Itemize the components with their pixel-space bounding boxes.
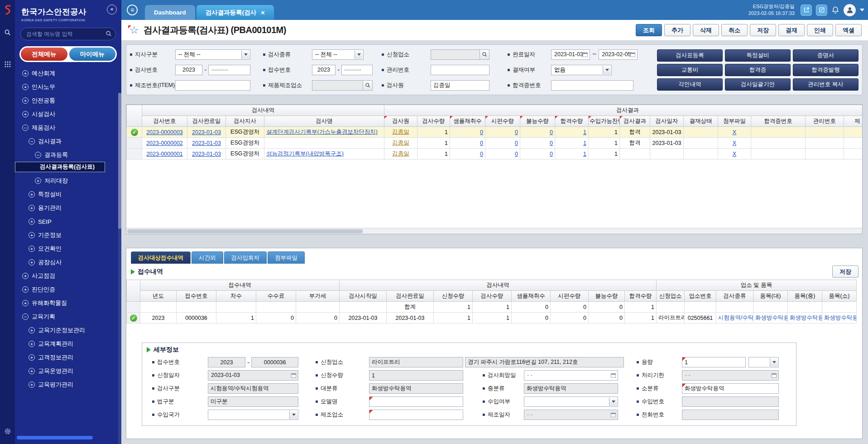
column-header[interactable]: 년도 — [140, 291, 177, 302]
bottom-tab[interactable]: 시간외 — [192, 251, 223, 264]
sidebar-item[interactable]: −제품검사 — [15, 121, 121, 135]
sidebar-item[interactable]: +특정설비 — [15, 188, 121, 201]
column-header[interactable]: 부가세 — [296, 291, 340, 302]
column-header[interactable]: 수입가능잔량 — [589, 116, 620, 127]
search-icon[interactable] — [4, 29, 11, 38]
approval-select[interactable]: 없음 — [551, 65, 612, 75]
cell[interactable]: 1 — [555, 138, 589, 149]
tree-expand-icon[interactable]: + — [35, 178, 41, 184]
tree-expand-icon[interactable]: + — [29, 246, 35, 252]
favorite-star-icon[interactable]: ☆ — [129, 25, 139, 35]
kgs-logo-icon[interactable] — [3, 5, 12, 17]
cell[interactable]: 2023-0000003 — [142, 127, 187, 138]
column-header[interactable]: 접수번호 — [177, 291, 216, 302]
action-button[interactable]: 인쇄 — [807, 24, 833, 36]
calendar-icon[interactable] — [610, 411, 616, 420]
apps-grid-icon[interactable] — [5, 61, 11, 69]
sidebar-item[interactable]: +진단인증 — [15, 283, 121, 296]
cell[interactable]: 2023-0000002 — [142, 138, 187, 149]
tree-expand-icon[interactable]: + — [22, 273, 29, 279]
bottom-tab[interactable]: 검사대상접수내역 — [131, 251, 191, 264]
action-button[interactable]: 엑셀 — [835, 24, 862, 36]
tree-collapse-icon[interactable]: − — [29, 138, 35, 145]
inspection-no-year-input[interactable] — [175, 65, 202, 75]
cell[interactable]: 0 — [450, 138, 485, 149]
cell[interactable]: 김종일 — [384, 138, 417, 149]
law-class-input[interactable] — [208, 396, 298, 407]
filter-tool-button[interactable]: 합격증발행 — [793, 64, 858, 76]
tree-expand-icon[interactable]: + — [22, 97, 29, 104]
receipt-no-year-input[interactable] — [312, 65, 336, 75]
cell[interactable]: 0 — [450, 127, 485, 138]
grid-hscroll-thumb[interactable] — [127, 229, 363, 233]
column-header[interactable]: 불능수량 — [589, 291, 625, 302]
sidebar-item[interactable]: +요건확인 — [15, 242, 121, 256]
grid-hscrollbar[interactable] — [126, 228, 862, 234]
tree-expand-icon[interactable]: + — [29, 341, 35, 347]
column-header[interactable]: 첨부파일 — [718, 116, 751, 127]
import-no-input[interactable] — [682, 396, 779, 407]
cell[interactable]: 0 — [485, 127, 520, 138]
cell[interactable]: 1 — [555, 149, 589, 159]
sidebar-item[interactable]: +SEIP — [15, 215, 121, 228]
apply-date-field[interactable]: 2023-01-03 — [208, 370, 298, 381]
action-button[interactable]: 저장 — [750, 24, 776, 36]
filter-tool-button[interactable]: 검사일괄기안 — [725, 78, 791, 91]
summary-row[interactable]: 합계110001 — [127, 302, 857, 313]
column-header[interactable]: 합격수량 — [625, 291, 657, 302]
cell[interactable]: 2023-01-03 — [187, 149, 226, 159]
mgmt-no-input[interactable] — [431, 65, 489, 75]
table-row[interactable]: 2023-00000012023-01-03ESG경영처성능검정기록부(내압방폭… — [127, 149, 863, 159]
sidebar-item[interactable]: +교육운영관리 — [15, 364, 121, 378]
tree-expand-icon[interactable]: + — [29, 205, 35, 211]
sidebar-item[interactable]: +기준정보 — [15, 228, 121, 242]
sidebar-item[interactable]: +공장심사 — [15, 256, 121, 269]
column-header[interactable]: 제 — [844, 116, 863, 127]
filter-tool-button[interactable]: 교통비 — [657, 64, 723, 76]
import-country-select[interactable] — [208, 410, 298, 420]
tree-expand-icon[interactable]: + — [22, 286, 29, 293]
sidebar-hscroll-thumb[interactable] — [17, 436, 93, 439]
category-small-input[interactable] — [682, 383, 779, 394]
column-header[interactable]: 샘플채취수 — [512, 291, 551, 302]
tree-expand-icon[interactable]: + — [22, 111, 29, 117]
action-button[interactable]: 결재 — [778, 24, 805, 36]
column-header[interactable]: 검사종류 — [716, 291, 753, 302]
maker-input[interactable] — [369, 410, 463, 420]
inspection-class-input[interactable] — [208, 383, 298, 394]
edit-note-icon[interactable] — [816, 5, 827, 16]
column-header[interactable]: 검사완료일 — [387, 291, 434, 302]
column-header[interactable]: 검사시작일 — [340, 291, 387, 302]
action-button[interactable]: 삭제 — [693, 24, 719, 36]
branch-select[interactable]: -- 전체 -- — [175, 49, 250, 60]
calendar-icon[interactable] — [610, 372, 616, 381]
inspector-input[interactable] — [431, 80, 489, 91]
inspection-no-seq-input[interactable] — [208, 65, 250, 75]
column-header[interactable]: 검사지사 — [226, 116, 264, 127]
make-date-field[interactable]: - - — [524, 410, 618, 420]
user-menu-chevron-icon[interactable] — [860, 9, 864, 11]
tab-dashboard[interactable]: Dashboard — [145, 5, 195, 20]
column-header[interactable]: 품목(대) — [753, 291, 788, 302]
column-header[interactable]: 시편수량 — [551, 291, 589, 302]
cell[interactable] — [264, 138, 384, 149]
sidebar-item[interactable]: +인사노무 — [15, 80, 121, 94]
action-button[interactable]: 조회 — [636, 24, 662, 36]
tree-expand-icon[interactable]: + — [29, 368, 35, 374]
import-yn-select[interactable] — [524, 396, 618, 407]
deadline-field[interactable]: - - — [682, 370, 779, 381]
sidebar-item[interactable]: 검사결과등록(검사표) — [15, 162, 105, 172]
sidebar-collapse-icon[interactable]: « — [107, 5, 117, 14]
cell[interactable]: X — [718, 149, 751, 159]
column-header[interactable]: 신청수량 — [434, 291, 473, 302]
tree-collapse-icon[interactable]: − — [22, 314, 29, 320]
column-header[interactable]: 업소번호 — [685, 291, 716, 302]
hope-date-field[interactable]: - - — [524, 370, 618, 381]
tree-expand-icon[interactable]: + — [29, 381, 35, 388]
column-header[interactable]: 불능수량 — [520, 116, 555, 127]
sidebar-item[interactable]: −검사결과 — [15, 135, 121, 148]
filter-tool-button[interactable]: 관리번호 복사 — [793, 78, 858, 91]
detail-receipt-year-input[interactable] — [208, 357, 245, 367]
sidebar-item[interactable]: −교육기획 — [15, 310, 121, 323]
sidebar-item[interactable]: +교육기준정보관리 — [15, 323, 121, 337]
